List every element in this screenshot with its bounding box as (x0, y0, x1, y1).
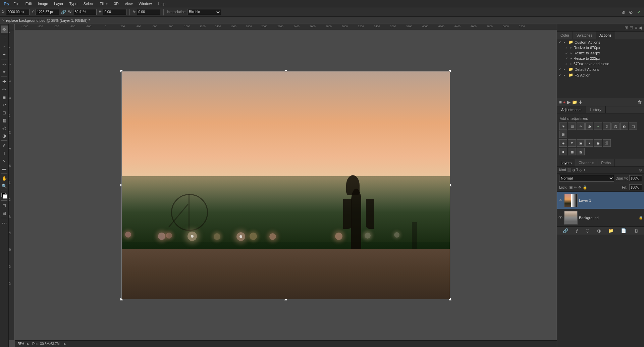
adj-vibrance-icon[interactable]: ✦ (594, 122, 602, 130)
menu-image[interactable]: Image (35, 1, 51, 6)
eyedropper-tool[interactable]: ✒ (1, 68, 8, 76)
stop-action-icon[interactable]: ■ (559, 100, 562, 105)
tab-color[interactable]: Color (557, 32, 573, 39)
tab-adjustments[interactable]: Adjustments (557, 106, 586, 113)
v-input[interactable] (137, 9, 160, 15)
menu-layer[interactable]: Layer (51, 1, 66, 6)
magic-wand-tool[interactable]: ✦ (1, 51, 8, 58)
ps-logo[interactable]: Ps (3, 0, 10, 7)
kind-adjustment-icon[interactable]: ◑ (572, 168, 575, 172)
action-670-save[interactable]: ✓ ▸ 670px save and close (557, 61, 644, 66)
hand-tool[interactable]: ✋ (1, 175, 8, 182)
action-resize-222[interactable]: ✓ ▸ Resize to 222px (557, 56, 644, 61)
stamp-tool[interactable]: ▣ (1, 93, 8, 101)
text-tool[interactable]: T (1, 149, 8, 157)
lock-position-icon[interactable]: ✥ (578, 185, 581, 190)
lock-all-icon[interactable]: 🔒 (583, 185, 587, 190)
w-input[interactable] (73, 9, 97, 15)
menu-file[interactable]: File (11, 1, 22, 6)
opacity-input[interactable] (629, 175, 642, 181)
kind-type-icon[interactable]: T (576, 168, 578, 172)
h-input[interactable] (103, 9, 126, 15)
new-action-icon[interactable]: ✚ (579, 100, 582, 105)
history-brush-tool[interactable]: ↩ (1, 101, 8, 108)
dodge-tool[interactable]: ◑ (1, 132, 8, 139)
tab-paths[interactable]: Paths (598, 159, 614, 166)
screen-mode-tool[interactable]: ⊞ (1, 209, 8, 217)
warp-icon[interactable]: ⌀ (621, 9, 626, 15)
foreground-bg-colors[interactable] (1, 192, 8, 199)
fill-input[interactable] (629, 184, 642, 190)
action-fs-action[interactable]: ✓ ▸ 📁 FS Action (557, 72, 644, 78)
marquee-tool[interactable]: ⬚ (1, 35, 8, 43)
lock-pixels-icon[interactable]: ▣ (569, 185, 573, 190)
adj-colorlookup-icon[interactable]: ◈ (559, 139, 567, 147)
confirm-transform-icon[interactable]: ✓ (636, 9, 642, 15)
new-group-icon[interactable]: 📁 (608, 228, 613, 233)
kind-shape-icon[interactable]: ◇ (579, 168, 582, 172)
adj-pattern-icon[interactable]: ▩ (577, 148, 585, 155)
kind-pixel-icon[interactable]: ⬛ (567, 168, 571, 172)
move-tool[interactable]: ✥ (1, 26, 8, 33)
menu-help[interactable]: Help (155, 1, 168, 6)
adj-posterize-icon[interactable]: ▣ (577, 139, 585, 147)
panel-adjust-icon[interactable]: ⊟ (630, 25, 633, 30)
tab-swatches[interactable]: Swatches (573, 32, 596, 39)
doc-close-btn[interactable]: ✕ (2, 18, 5, 22)
adj-solidcolor-icon[interactable]: ■ (559, 148, 567, 155)
brush-tool[interactable]: ✏ (1, 86, 8, 93)
adj-invert-icon[interactable]: ⊘ (568, 139, 576, 147)
delete-layer-icon[interactable]: 🗑 (634, 228, 638, 233)
panel-collapse-icon[interactable]: ◀ (639, 25, 642, 30)
action-resize-333[interactable]: ✓ ▸ Resize to 333px (557, 50, 644, 56)
quick-mask-tool[interactable]: ⊡ (1, 202, 8, 209)
adj-gradient-icon[interactable]: ▦ (568, 148, 576, 155)
healing-brush-tool[interactable]: ✚ (1, 78, 8, 85)
adj-selectivecolor-icon[interactable]: ◉ (594, 139, 602, 147)
layer-1-visibility[interactable]: 👁 (558, 198, 563, 203)
adj-photofilter-icon[interactable]: ◫ (629, 122, 637, 130)
adj-levels-icon[interactable]: ▤ (568, 122, 576, 130)
adj-exposure-icon[interactable]: ◑ (585, 122, 593, 130)
layer-row-1[interactable]: 👁 Layer 1 (557, 192, 644, 209)
action-default-actions[interactable]: ✓ ▸ 📁 Default Actions (557, 66, 644, 72)
new-fill-adj-icon[interactable]: ◑ (597, 228, 601, 233)
adj-curves-icon[interactable]: ∿ (577, 122, 585, 130)
shape-tool[interactable]: ▬ (1, 165, 8, 172)
lasso-tool[interactable]: ⌓ (1, 43, 8, 50)
menu-edit[interactable]: Edit (23, 1, 35, 6)
layer-row-background[interactable]: 👁 Background 🔒 (557, 209, 644, 227)
menu-3d[interactable]: 3D (111, 1, 121, 6)
link-layers-icon[interactable]: 🔗 (563, 228, 568, 233)
add-mask-icon[interactable]: ⬡ (586, 228, 589, 233)
menu-filter[interactable]: Filter (97, 1, 110, 6)
add-style-icon[interactable]: ƒ (576, 228, 578, 233)
blur-tool[interactable]: ◎ (1, 124, 8, 132)
gradient-tool[interactable]: ▦ (1, 116, 8, 124)
interpolation-select[interactable]: Bicubic Bilinear Nearest Neighbor (187, 9, 221, 15)
new-set-icon[interactable]: 📁 (572, 100, 577, 105)
adj-gradientmap-icon[interactable]: ▒ (603, 139, 611, 147)
tab-history[interactable]: History (586, 106, 606, 113)
blend-mode-select[interactable]: Normal Multiply Screen (559, 175, 614, 182)
path-select-tool[interactable]: ↖ (1, 157, 8, 164)
delete-action-icon[interactable]: 🗑 (638, 100, 642, 105)
panel-close-icon[interactable]: ≡ (635, 25, 637, 30)
cancel-transform-icon[interactable]: ⊘ (628, 9, 634, 15)
menu-select[interactable]: Select (81, 1, 97, 6)
action-custom-actions[interactable]: ✓ ▸ 📁 Custom Actions (557, 39, 644, 45)
more-tools[interactable]: ⋯ (1, 219, 8, 227)
tab-layers[interactable]: Layers (557, 159, 575, 166)
adj-hsl-icon[interactable]: ⊙ (603, 122, 611, 130)
panel-arrange-icon[interactable]: ⊞ (625, 25, 628, 30)
adj-bw-icon[interactable]: ◐ (620, 122, 628, 130)
layers-filter-toggle[interactable]: ◎ (639, 168, 642, 172)
tab-channels[interactable]: Channels (575, 159, 598, 166)
adj-colorbalance-icon[interactable]: ⚖ (611, 122, 620, 130)
y-input[interactable] (36, 9, 59, 15)
x-input[interactable] (6, 9, 30, 15)
adj-threshold-icon[interactable]: ▲ (585, 139, 593, 147)
canvas-transform-frame[interactable] (121, 71, 450, 299)
tab-actions[interactable]: Actions (596, 32, 615, 39)
adj-channelmixer-icon[interactable]: ⊞ (559, 131, 567, 138)
